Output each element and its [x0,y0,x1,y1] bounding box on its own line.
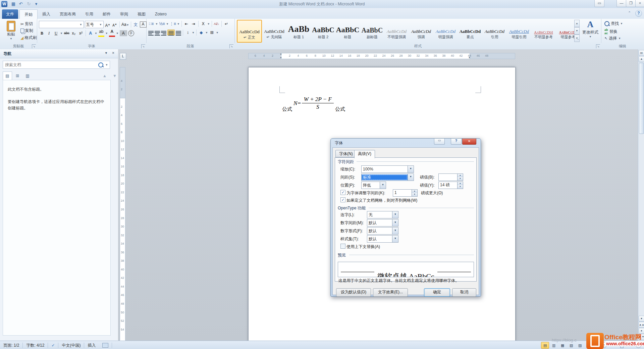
bullets-button[interactable]: ∷≡ [148,21,154,27]
scroll-down-icon[interactable]: ▼ [639,316,644,322]
increase-indent-button[interactable]: ⇥ [191,21,197,27]
paste-button[interactable]: 粘贴 ▼ [3,20,19,42]
ribbon-tab-6[interactable]: 视图 [133,9,150,19]
horizontal-ruler[interactable]: ▼ ▲ ▲ 6422468101214161820222426283032343… [248,53,515,59]
nav-pane-close-icon[interactable]: × [112,51,114,55]
font-color-dropdown-icon[interactable]: ▼ [116,32,119,35]
view-web-layout-icon[interactable]: ▦ [558,342,567,349]
vertical-scrollbar[interactable]: ▤ ▲ ▼ ▲▲ ● ▼▼ [638,49,644,341]
set-default-button[interactable]: 设为默认值(D) [336,288,371,297]
view-fullscreen-reading-icon[interactable]: ▥ [550,342,558,349]
nav-tab-pages[interactable]: ⊞ [13,71,22,80]
style-item-5[interactable]: AaBbC副标题 [360,20,384,42]
font-size-combo[interactable]: 五号▼ [85,21,104,28]
stylistic-sets-combo[interactable]: 默认▼ [367,235,398,243]
font-name-combo[interactable]: ▼ [39,21,84,28]
ribbon-tab-7[interactable]: Zotero [150,9,171,19]
close-button[interactable]: × [635,0,644,7]
scale-combo[interactable]: 100%▼ [361,165,414,173]
contextual-alternates-checkbox[interactable] [340,244,345,249]
sort-button[interactable]: AZ↓ [214,21,220,27]
view-draft-icon[interactable]: ▨ [576,342,584,349]
cancel-button[interactable]: 取消 [452,288,476,297]
ribbon-display-options-button[interactable]: ▭ [594,0,604,7]
format-painter-button[interactable]: ◢格式刷 [19,35,38,41]
subscript-button[interactable]: x₂ [71,30,77,36]
previous-page-icon[interactable]: ▲▲ [639,322,644,328]
vertical-ruler[interactable]: 4224681012141618202224262830323436384042… [120,60,125,341]
find-button[interactable]: 查找▼ [604,21,623,27]
dialog-tab-advanced[interactable]: 高级(V) [354,150,375,158]
view-print-layout-icon[interactable]: ▤ [541,342,549,349]
clipboard-dialog-launcher[interactable]: ↘ [32,44,36,48]
language-indicator[interactable]: 中文(中国) [58,341,84,349]
search-dropdown-icon[interactable]: ▼ [105,63,108,66]
strikethrough-button[interactable]: abc [64,30,70,36]
superscript-button[interactable]: x² [78,30,84,36]
collapse-ribbon-icon[interactable]: ⌃ [628,11,631,15]
font-dialog-launcher[interactable]: ↘ [141,44,145,48]
bold-button[interactable]: B [39,30,45,36]
style-item-10[interactable]: AaBbCcDd引用 [482,20,507,42]
position-combo[interactable]: 降低▼ [361,182,386,189]
number-forms-combo[interactable]: 默认▼ [367,227,398,235]
ribbon-tab-2[interactable]: 页面布局 [55,9,80,19]
font-color-button[interactable]: A [109,30,115,37]
multilevel-list-button[interactable]: ⋮≡ [170,21,176,27]
phonetic-guide-button[interactable]: 文 [133,21,139,28]
tab-stop-selector[interactable]: L [120,53,126,60]
numbering-button[interactable]: ⅓≡ [159,21,165,27]
spacing-combo[interactable]: 标准▼ [361,173,414,181]
style-item-4[interactable]: AaBbC标题 [335,20,360,42]
grow-font-button[interactable]: A▲ [105,21,111,28]
underline-dropdown-icon[interactable]: ▼ [60,32,63,35]
distribute-button[interactable] [176,30,181,35]
text-effects-button[interactable]: 文字效果(E)... [373,288,408,297]
style-item-12[interactable]: AaBbCcDdI不明显参考 [531,20,556,42]
nav-tab-headings[interactable]: ▤ [3,71,12,80]
file-tab[interactable]: 文件 [2,9,18,19]
ligatures-combo[interactable]: 无▼ [367,211,398,218]
ribbon-tab-1[interactable]: 插入 [38,9,55,19]
asian-layout-button[interactable]: X [200,21,206,27]
page-indicator[interactable]: 页面: 1/2 [0,341,22,349]
macro-record-icon[interactable] [102,343,108,348]
ribbon-tab-0[interactable]: 开始 [19,9,38,19]
change-case-button[interactable]: Aa▼ [121,21,129,28]
style-item-8[interactable]: AaBbCcDd明显强调 [433,20,458,42]
style-item-11[interactable]: AaBbCcDd明显引用 [507,20,531,42]
position-points-spinner[interactable]: 14 磅▲▼ [438,182,463,189]
italic-button[interactable]: I [46,30,52,36]
minimize-button[interactable]: — [616,0,627,7]
shading-button[interactable]: ◆ [198,30,204,36]
word-count[interactable]: 字数: 4/12 [23,341,48,349]
style-item-7[interactable]: AaBbCcDd强调 [409,20,433,42]
nav-pane-menu-icon[interactable]: ▼ [105,51,108,55]
ruler-toggle-icon[interactable]: ▤ [639,50,644,56]
paragraph-dialog-launcher[interactable]: ↘ [229,44,233,48]
search-input[interactable] [3,62,98,67]
align-left-button[interactable] [148,30,154,35]
underline-button[interactable]: U [53,30,59,36]
first-line-indent-marker[interactable]: ▼ [280,53,282,55]
style-item-9[interactable]: AaBbCcDd要点 [458,20,482,42]
highlight-button[interactable]: ab [98,30,104,37]
text-effects-button[interactable]: A [88,30,94,36]
character-border-button[interactable]: A [140,21,147,28]
nav-tab-results[interactable]: ▥ [23,71,32,80]
text-effects-dropdown-icon[interactable]: ▼ [95,32,97,35]
replace-button[interactable]: abac替换 [604,28,618,35]
shrink-font-button[interactable]: A▼ [112,21,118,28]
style-item-0[interactable]: AaBbCcDd↵ 正文 [237,20,262,43]
decrease-indent-button[interactable]: ⇤ [183,21,190,27]
grid-checkbox[interactable]: ✓ [340,197,345,202]
align-center-button[interactable] [155,30,160,35]
cut-button[interactable]: ✂剪切 [19,21,38,27]
scrollbar-thumb[interactable] [639,63,644,134]
search-icon[interactable] [98,62,103,67]
copy-button[interactable]: 复制 [19,28,38,34]
spacing-points-spinner[interactable]: ▲▼ [438,173,463,181]
enclose-characters-button[interactable]: 字 [128,30,134,36]
show-hide-marks-button[interactable]: ↵ [223,21,229,27]
dialog-close-icon[interactable]: ✕ [462,139,476,145]
